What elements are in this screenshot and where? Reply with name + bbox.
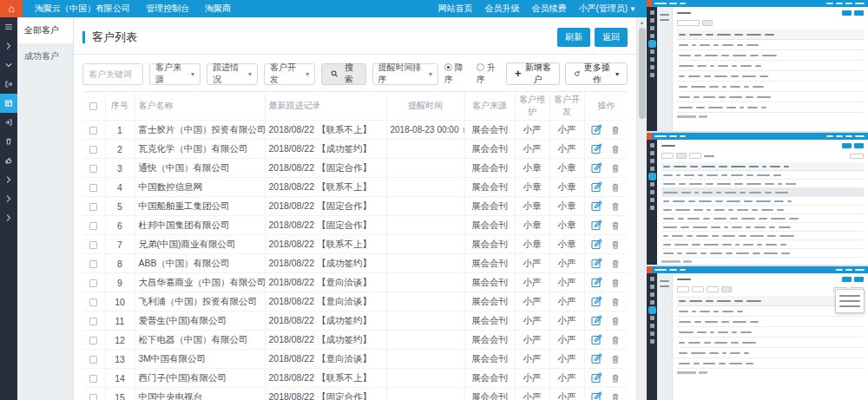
sort-asc-radio[interactable]: 升序 (477, 62, 500, 86)
menu-icon[interactable] (0, 17, 17, 36)
keyword-input[interactable] (82, 63, 143, 85)
nav-company[interactable]: 淘聚云（中国）有限公司 (35, 3, 130, 15)
customer-name[interactable]: 飞利浦（中国）投资有限公司 (135, 292, 265, 311)
thumbs-up-icon[interactable] (0, 151, 17, 170)
row-checkbox[interactable] (89, 241, 97, 249)
more-actions-button[interactable]: 更多操作▾ (565, 62, 628, 85)
edit-icon[interactable] (591, 124, 602, 135)
customer-name[interactable]: 兄弟(中国)商业有限公司 (135, 235, 265, 254)
edit-icon[interactable] (591, 277, 602, 288)
row-checkbox[interactable] (89, 165, 97, 173)
followup-status-select[interactable]: 跟进情况▾ (207, 63, 258, 85)
preview-window-1[interactable] (647, 0, 868, 131)
customer-name[interactable]: 通快（中国）有限公司 (135, 159, 265, 178)
chevron-down-icon[interactable] (0, 56, 17, 75)
customer-name[interactable]: 爱普生(中国)有限公司 (135, 311, 265, 331)
vertical-scrollbar[interactable]: ▲ (636, 17, 647, 400)
edit-icon[interactable] (591, 200, 602, 212)
chevron-right-icon[interactable] (0, 36, 17, 56)
delete-reminder-icon[interactable] (461, 126, 464, 134)
row-checkbox[interactable] (89, 318, 97, 325)
delete-icon[interactable] (610, 335, 621, 345)
add-customer-button[interactable]: +新增客户 (506, 62, 560, 85)
delete-icon[interactable] (610, 182, 621, 193)
row-checkbox[interactable] (89, 146, 97, 154)
customer-name[interactable]: 松下电器（中国）有限公司 (135, 331, 265, 350)
edit-icon[interactable] (591, 353, 602, 364)
edit-icon[interactable] (591, 143, 602, 154)
row-checkbox[interactable] (89, 222, 97, 230)
delete-icon[interactable] (610, 125, 621, 135)
edit-icon[interactable] (591, 239, 602, 250)
chevron-right-icon-2[interactable] (0, 170, 17, 189)
customer-name[interactable]: 富士胶片（中国）投资有限公司 (135, 121, 265, 140)
delete-icon[interactable] (610, 297, 621, 307)
customer-name[interactable]: 3M中国有限公司 (135, 350, 265, 369)
delete-icon[interactable] (610, 239, 621, 250)
sort-desc-radio[interactable]: 降序 (444, 62, 468, 86)
scrollbar-thumb[interactable] (639, 28, 646, 119)
reminder-sort-select[interactable]: 提醒时间排序▾ (372, 63, 438, 85)
edit-icon[interactable] (591, 181, 602, 193)
customer-name[interactable]: ABB（中国）有限公司 (135, 254, 265, 273)
row-checkbox[interactable] (89, 375, 97, 383)
edit-icon[interactable] (591, 296, 602, 307)
refresh-button[interactable]: 刷新 (557, 28, 590, 47)
row-checkbox[interactable] (89, 279, 97, 287)
row-checkbox[interactable] (89, 260, 97, 268)
customer-develop-select[interactable]: 客户开发▾ (264, 63, 315, 85)
nav-user-menu[interactable]: 小严(管理员)▼ (578, 3, 636, 15)
edit-icon[interactable] (591, 334, 602, 345)
customer-name[interactable]: 中国中央电视台 (135, 388, 265, 400)
edit-icon[interactable] (591, 258, 602, 269)
edit-icon[interactable] (591, 391, 602, 400)
sign-in-icon[interactable] (0, 75, 17, 94)
delete-icon[interactable] (610, 278, 621, 288)
chevron-right-icon-3[interactable] (0, 189, 17, 208)
row-checkbox[interactable] (89, 337, 97, 344)
row-checkbox[interactable] (89, 184, 97, 192)
chevron-right-icon-4[interactable] (0, 208, 17, 227)
customer-name[interactable]: 杜邦中国集团有限公司 (135, 216, 265, 235)
back-button[interactable]: 返回 (595, 28, 628, 47)
submenu-item-success-customers[interactable]: 成功客户 (17, 43, 73, 69)
row-checkbox[interactable] (89, 394, 97, 400)
sign-out-icon[interactable] (0, 113, 17, 132)
delete-icon[interactable] (610, 201, 621, 212)
preview-window-2[interactable] (647, 133, 868, 265)
customer-name[interactable]: 中国数控信息网 (135, 178, 265, 197)
row-checkbox[interactable] (89, 127, 97, 134)
delete-icon[interactable] (610, 163, 621, 174)
delete-icon[interactable] (610, 392, 621, 400)
customer-name[interactable]: 大昌华嘉商业（中国）有限公司 (135, 273, 265, 292)
nav-site-home[interactable]: 网站首页 (437, 3, 472, 15)
nav-member-upgrade[interactable]: 会员升级 (484, 3, 519, 15)
delete-icon[interactable] (610, 316, 621, 326)
edit-icon[interactable] (591, 162, 602, 174)
edit-icon[interactable] (591, 220, 602, 231)
nav-member-renew[interactable]: 会员续费 (531, 3, 566, 15)
scroll-up-icon[interactable]: ▲ (637, 17, 647, 27)
nav-brand[interactable]: 淘聚商 (205, 3, 231, 15)
nav-console[interactable]: 管理控制台 (146, 3, 189, 15)
customer-name[interactable]: 中国船舶重工集团公司 (135, 197, 265, 216)
select-all-checkbox[interactable] (89, 102, 97, 110)
delete-icon[interactable] (610, 259, 621, 269)
customer-name[interactable]: 瓦克化学（中国）有限公司 (135, 140, 265, 159)
search-button[interactable]: 搜索 (321, 63, 365, 85)
home-icon[interactable]: ⌂ (0, 0, 23, 17)
trash-icon[interactable] (0, 132, 17, 151)
delete-icon[interactable] (610, 144, 621, 154)
customer-list-icon[interactable] (0, 94, 17, 113)
preview-window-3[interactable] (647, 266, 868, 400)
row-checkbox[interactable] (89, 298, 97, 306)
delete-icon[interactable] (610, 373, 621, 384)
customer-source-select[interactable]: 客户来源▾ (149, 63, 201, 85)
row-checkbox[interactable] (89, 203, 97, 211)
edit-icon[interactable] (591, 372, 602, 384)
customer-name[interactable]: 西门子(中国)有限公司 (135, 369, 265, 388)
row-checkbox[interactable] (89, 356, 97, 364)
edit-icon[interactable] (591, 315, 602, 326)
delete-icon[interactable] (610, 220, 621, 231)
submenu-item-all-customers[interactable]: 全部客户 (17, 17, 73, 43)
